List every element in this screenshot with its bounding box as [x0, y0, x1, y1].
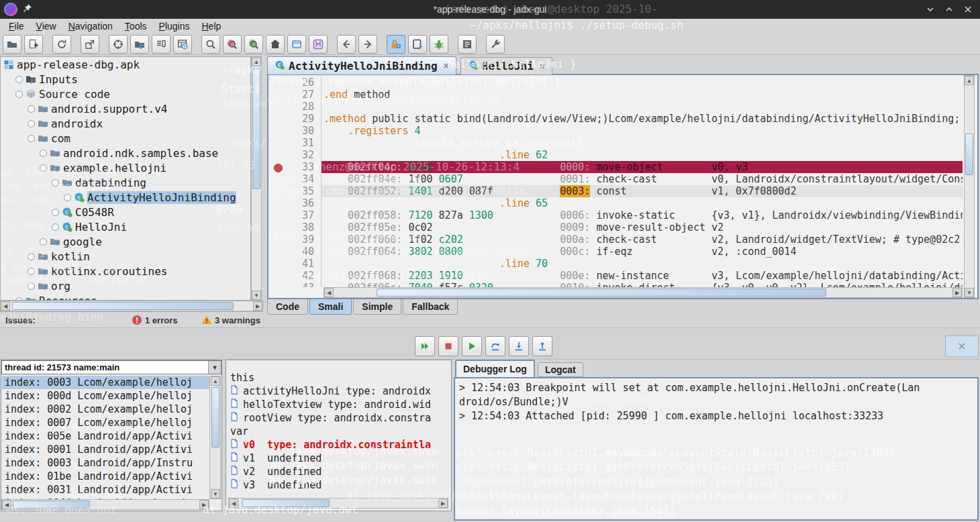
line-number[interactable]: 36	[268, 197, 322, 209]
code-line-43[interactable]: 43 002ff06c: 7040 f57c 0320 0010: invoke…	[268, 282, 963, 287]
vars-hscroll-thumb[interactable]	[242, 499, 330, 507]
warning-count[interactable]: 3 warnings	[215, 315, 260, 325]
variable-row[interactable]: activityHelloJni type: androidx	[226, 384, 451, 398]
editor-vscrollbar[interactable]: ▲ ▼	[964, 75, 975, 298]
back-button[interactable]	[337, 35, 356, 54]
stack-frame-row[interactable]: index: 0003 Lcom/example/helloj	[2, 376, 209, 389]
debugger-button[interactable]	[387, 35, 405, 54]
expand-handle-icon[interactable]	[28, 253, 35, 260]
variable-row[interactable]: v1 undefined	[226, 452, 451, 465]
line-number[interactable]: 27	[268, 89, 322, 101]
tree-item-org[interactable]: org	[1, 278, 250, 293]
reload-button[interactable]	[52, 35, 71, 54]
vars-hscrollbar[interactable]: ◀ ▶	[228, 498, 448, 509]
expand-handle-icon[interactable]	[40, 238, 47, 246]
code-line-27[interactable]: 27.end method	[268, 89, 963, 101]
variable-row[interactable]: v0 type: androidx.constraintla	[226, 438, 451, 452]
target-button[interactable]	[109, 35, 128, 54]
code-line-33[interactable]: 33 002ff04c: 0730 0000: move-object v0, …	[268, 161, 963, 173]
step-into-button[interactable]	[509, 336, 529, 356]
expand-handle-icon[interactable]	[52, 209, 59, 216]
step-over-button[interactable]	[485, 336, 505, 356]
close-button[interactable]	[963, 4, 973, 15]
line-number[interactable]: 41	[268, 258, 322, 270]
code-line-30[interactable]: 30 .registers 4	[268, 125, 963, 137]
add-files-button[interactable]	[24, 35, 43, 54]
log-tab-logcat[interactable]: Logcat	[538, 362, 583, 377]
expand-handle-icon[interactable]	[52, 223, 59, 231]
expand-handle-icon[interactable]	[64, 194, 71, 201]
view-tab-smali[interactable]: Smali	[309, 299, 352, 315]
code-line-37[interactable]: 37 002ff058: 7120 827a 1300 0006: invoke…	[268, 209, 963, 221]
stack-frame-row[interactable]: index: 0002 Lcom/example/helloj	[2, 403, 209, 416]
stack-frame-row[interactable]: index: 0003 Landroid/app/Instru	[2, 456, 209, 470]
editor-vscroll-thumb[interactable]	[965, 134, 973, 175]
editor-hscrollbar[interactable]: ◀ ▶	[324, 287, 963, 298]
code-line-42[interactable]: 42 002ff068: 2203 1910 000e: new-instanc…	[268, 270, 963, 282]
forward-button[interactable]	[358, 35, 377, 54]
view-tab-fallback[interactable]: Fallback	[403, 299, 458, 315]
frames-hscroll-thumb[interactable]	[13, 501, 90, 509]
step-out-button[interactable]	[532, 336, 552, 356]
variable-row[interactable]: v3 undefined	[226, 478, 451, 492]
stack-frame-row[interactable]: index: 01be Landroid/app/Activi	[2, 470, 209, 483]
code-line-36[interactable]: 36 .line 65	[268, 197, 963, 209]
line-number[interactable]: 31	[268, 137, 322, 149]
line-number[interactable]: 38	[268, 221, 322, 233]
line-number[interactable]: 43	[268, 282, 322, 287]
preview-button[interactable]	[173, 35, 192, 54]
line-number[interactable]: 35	[268, 185, 322, 197]
variable-row[interactable]: this	[226, 371, 451, 384]
tree-item-app-release-dbg-apk[interactable]: app-release-dbg.apk	[1, 57, 250, 72]
class-search-button[interactable]	[223, 35, 242, 54]
frames-vscrollbar[interactable]: ▲ ▼	[209, 376, 221, 499]
tree-item-activityhellojnibinding[interactable]: cActivityHelloJniBinding	[1, 190, 250, 205]
line-number[interactable]: 30	[268, 125, 322, 137]
thread-selector[interactable]: thread id: 21573 name:main ▼	[1, 360, 222, 374]
tree-item-source-code[interactable]: Source code	[1, 87, 250, 101]
code-line-38[interactable]: 38 002ff05e: 0c02 0009: move-result-obje…	[268, 221, 963, 233]
close-tab-icon[interactable]: ×	[540, 61, 545, 72]
scroll-up-icon[interactable]: ▲	[211, 376, 220, 386]
code-line-34[interactable]: 34 002ff04e: 1f00 0607 0001: check-cast …	[268, 173, 963, 185]
chevron-down-icon[interactable]: ▼	[208, 361, 221, 374]
editor-tab-activityhellojnibinding[interactable]: cActivityHelloJniBinding×	[267, 56, 456, 74]
open-file-button[interactable]	[3, 35, 21, 54]
code-line-39[interactable]: 39 002ff060: 1f02 c202 000a: check-cast …	[268, 233, 963, 246]
flat-list-button[interactable]	[152, 35, 170, 54]
export-button[interactable]	[81, 35, 99, 54]
device-button[interactable]	[408, 35, 427, 54]
line-number[interactable]: 32	[268, 149, 322, 161]
maximize-button[interactable]	[944, 4, 954, 15]
variable-row[interactable]: v2 undefined	[226, 465, 451, 478]
expand-handle-icon[interactable]	[28, 120, 35, 127]
stop-button[interactable]	[438, 336, 458, 356]
log-button[interactable]	[458, 35, 477, 54]
stack-frame-row[interactable]: index: 0007 Lcom/example/helloj	[2, 416, 209, 429]
line-number[interactable]: 42	[268, 270, 322, 282]
scroll-down-icon[interactable]: ▼	[965, 288, 974, 297]
comment-search-button[interactable]	[244, 35, 263, 54]
code-line-28[interactable]: 28	[268, 101, 963, 113]
scroll-right-icon[interactable]: ▶	[199, 500, 209, 509]
menu-navigation[interactable]: Navigation	[62, 19, 119, 33]
expand-handle-icon[interactable]	[40, 164, 47, 172]
expand-handle-icon[interactable]	[52, 179, 59, 187]
line-number[interactable]: 37	[268, 209, 322, 221]
scroll-right-icon[interactable]: ▶	[253, 301, 262, 311]
close-tab-icon[interactable]: ×	[444, 60, 449, 71]
main-activity-button[interactable]	[309, 35, 328, 54]
tree-item-inputs[interactable]: Inputs	[1, 72, 250, 87]
stack-frame-row[interactable]: index: 000d Lcom/example/helloj	[2, 389, 209, 403]
bug-button[interactable]	[430, 35, 448, 54]
scroll-up-icon[interactable]: ▲	[965, 76, 974, 85]
scroll-up-icon[interactable]: ▲	[252, 57, 261, 66]
menu-plugins[interactable]: Plugins	[153, 19, 196, 33]
search-button[interactable]	[201, 35, 220, 54]
stack-frame-row[interactable]: index: 0001 Landroid/app/Activi	[2, 443, 209, 456]
line-number[interactable]: 28	[268, 101, 322, 113]
variable-row[interactable]: rootView type: androidx.constra	[226, 411, 451, 425]
code-line-41[interactable]: 41 .line 70	[268, 258, 963, 270]
tree-item-resources[interactable]: Resources	[1, 293, 250, 301]
resume-button[interactable]	[415, 336, 435, 356]
